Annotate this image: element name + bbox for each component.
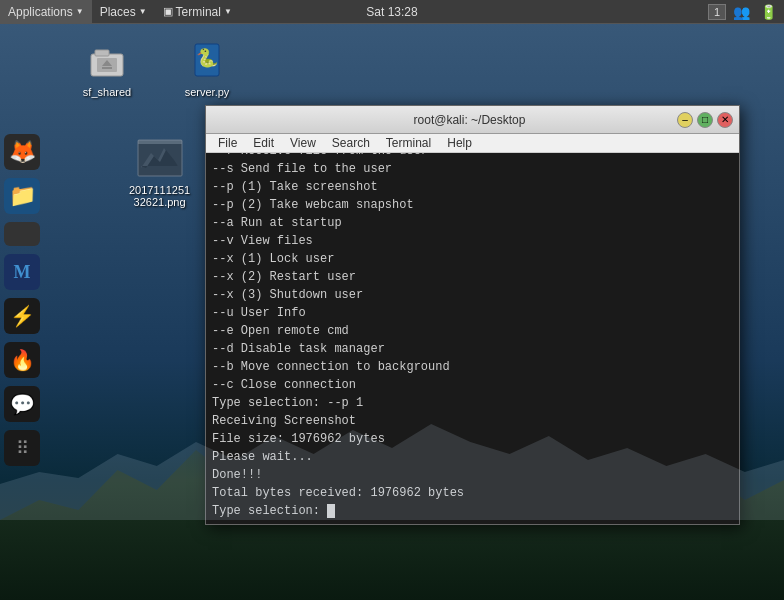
desktop-icon-server-py[interactable]: 🐍 server.py [172,32,242,102]
sf-shared-icon [83,36,131,84]
sidebar-icon-blank[interactable] [4,222,40,246]
applications-arrow-icon: ▼ [76,7,84,16]
terminal-line: Type selection: --p 1 [212,394,733,412]
terminal-line: Please wait... [212,448,733,466]
terminal-line: --p (2) Take webcam snapshot [212,196,733,214]
terminal-body[interactable]: --o Open a website--r Receive file from … [206,153,739,524]
places-menu[interactable]: Places ▼ [92,0,155,24]
terminal-menubar: File Edit View Search Terminal Help [206,134,739,153]
sidebar-icon-msf[interactable]: M [4,254,40,290]
terminal-line: --p (1) Take screenshot [212,178,733,196]
firefox-icon: 🦊 [9,139,36,165]
menu-terminal[interactable]: Terminal [378,134,439,152]
desktop-icon-sf-shared[interactable]: sf_shared [72,32,142,102]
terminal-line: --x (3) Shutdown user [212,286,733,304]
taskbar: Applications ▼ Places ▼ ▣ Terminal ▼ Sat… [0,0,784,24]
sidebar-icon-launcher[interactable]: ⠿ [4,430,40,466]
svg-text:🐍: 🐍 [196,47,219,69]
desktop: Applications ▼ Places ▼ ▣ Terminal ▼ Sat… [0,0,784,600]
taskbar-right: 1 👥 🔋 [708,4,784,20]
terminal-icon: ▣ [163,5,173,18]
menu-file[interactable]: File [210,134,245,152]
battery-icon[interactable]: 🔋 [757,4,780,20]
sf-shared-label: sf_shared [83,86,131,98]
places-label: Places [100,5,136,19]
sidebar-icon-chat[interactable]: 💬 [4,386,40,422]
datetime-text: Sat 13:28 [366,5,417,19]
server-py-icon: 🐍 [183,36,231,84]
applications-menu[interactable]: Applications ▼ [0,0,92,24]
sidebar: 🦊 📁 M ⚡ 🔥 💬 ⠿ [0,130,44,470]
menu-search[interactable]: Search [324,134,378,152]
terminal-line: --d Disable task manager [212,340,733,358]
minimize-button[interactable]: – [677,112,693,128]
svg-rect-4 [102,67,112,69]
terminal-cursor [327,504,335,518]
terminal-line: --x (1) Lock user [212,250,733,268]
applications-label: Applications [8,5,73,19]
desktop-icon-screenshot[interactable]: 2017111251 32621.png [125,130,194,212]
terminal-line: --x (2) Restart user [212,268,733,286]
chat-icon: 💬 [10,392,35,416]
sidebar-icon-firefox[interactable]: 🦊 [4,134,40,170]
terminal-line: --a Run at startup [212,214,733,232]
terminal-line: --b Move connection to background [212,358,733,376]
terminal-title: root@kali: ~/Desktop [414,113,526,127]
terminal-line: Done!!! [212,466,733,484]
menu-help[interactable]: Help [439,134,480,152]
burp-icon: 🔥 [10,348,35,372]
terminal-arrow-icon: ▼ [224,7,232,16]
terminal-line: --s Send file to the user [212,160,733,178]
screenshot-img-icon [136,134,184,182]
svg-rect-10 [138,140,182,144]
files-icon: 📁 [9,183,36,209]
sidebar-icon-zap[interactable]: ⚡ [4,298,40,334]
terminal-titlebar: root@kali: ~/Desktop – □ ✕ [206,106,739,134]
terminal-label: Terminal [176,5,221,19]
maximize-button[interactable]: □ [697,112,713,128]
terminal-window: root@kali: ~/Desktop – □ ✕ File Edit Vie… [205,105,740,525]
launcher-icon: ⠿ [16,437,29,459]
msf-icon: M [14,262,31,283]
workspace-badge[interactable]: 1 [708,4,726,20]
window-controls: – □ ✕ [677,112,733,128]
terminal-line: --e Open remote cmd [212,322,733,340]
menu-view[interactable]: View [282,134,324,152]
taskbar-datetime: Sat 13:28 [366,5,417,19]
terminal-menu[interactable]: ▣ Terminal ▼ [155,0,240,24]
terminal-line: Receiving Screenshot [212,412,733,430]
places-arrow-icon: ▼ [139,7,147,16]
taskbar-left: Applications ▼ Places ▼ ▣ Terminal ▼ [0,0,708,24]
terminal-line: Type selection: [212,502,733,520]
workspace-number: 1 [714,6,720,18]
server-py-label: server.py [185,86,230,98]
terminal-line: --r Receive file from the user [212,153,733,160]
menu-edit[interactable]: Edit [245,134,282,152]
close-button[interactable]: ✕ [717,112,733,128]
zap-icon: ⚡ [10,304,35,328]
screenshot-label: 2017111251 32621.png [129,184,190,208]
terminal-line: Total bytes received: 1976962 bytes [212,484,733,502]
sidebar-icon-files[interactable]: 📁 [4,178,40,214]
terminal-line: --u User Info [212,304,733,322]
sidebar-icon-burp[interactable]: 🔥 [4,342,40,378]
network-icon[interactable]: 👥 [730,4,753,20]
svg-rect-1 [95,50,109,56]
terminal-line: --v View files [212,232,733,250]
terminal-line: File size: 1976962 bytes [212,430,733,448]
terminal-line: --c Close connection [212,376,733,394]
